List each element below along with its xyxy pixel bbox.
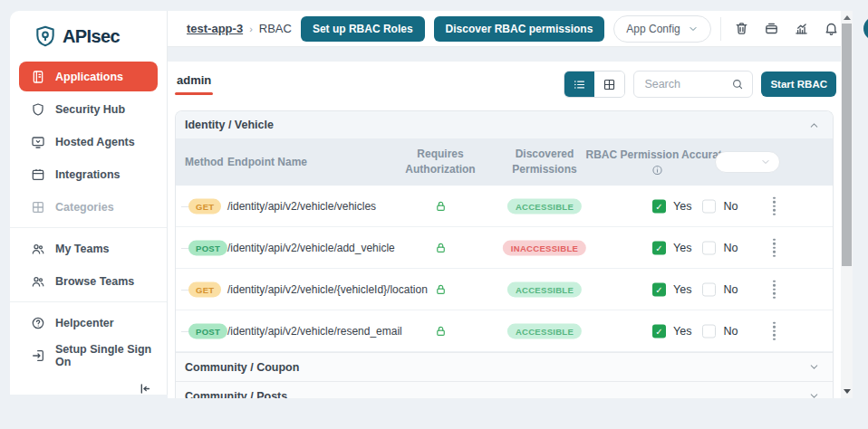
row-menu-kebab-icon[interactable] [770,194,778,218]
column-method: Method [185,156,224,168]
collapsed-section[interactable]: Community / Coupon [176,352,833,381]
method-badge: POST [188,323,227,338]
sidebar-divider [10,227,167,228]
no-checkbox[interactable] [702,282,716,296]
browse-teams-icon [31,274,45,289]
sidebar-item-hosted-agents[interactable]: Hosted Agents [19,127,158,157]
column-requires-authorization: Requires Authorization [386,147,495,178]
no-checkbox[interactable] [702,241,716,254]
section-header[interactable]: Identity / Vehicle [176,111,833,138]
sidebar-item-security-hub[interactable]: Security Hub [19,94,158,124]
hosted-agents-icon [31,135,45,149]
integrations-icon [31,167,45,182]
row-menu-kebab-icon[interactable] [770,235,778,260]
sidebar-item-label: Security Hub [55,103,125,116]
rbac-accurate-group: Yes No [652,241,741,254]
logo-text: APIsec [63,26,120,47]
lock-icon [434,324,448,338]
rbac-accurate-group: Yes No [652,282,741,296]
collapsed-section[interactable]: Community / Posts [176,381,833,398]
yes-checkbox[interactable] [652,324,666,338]
identity-vehicle-card: Identity / Vehicle Method Endpoint Name … [175,110,834,398]
sidebar-divider [10,301,167,302]
notifications-icon[interactable] [824,21,839,36]
sidebar-item-applications[interactable]: Applications [19,62,158,91]
permission-badge: ACCESSIBLE [507,281,582,297]
logo: APIsec [10,11,167,57]
chevron-down-icon[interactable] [808,361,820,373]
no-checkbox[interactable] [702,199,716,213]
main-panel: admin Start RBAC Identit [168,62,841,398]
scroll-down-arrow[interactable] [844,389,851,394]
discover-rbac-permissions-button[interactable]: Discover RBAC permissions [434,16,605,42]
header-icon-group [730,21,843,36]
lock-icon [434,282,448,296]
scroll-up-arrow[interactable] [844,15,851,20]
chevron-up-icon[interactable] [808,119,820,131]
tab-bar: admin Start RBAC [168,62,841,107]
trash-icon[interactable] [734,21,749,36]
sidebar-item-helpcenter[interactable]: Helpcenter [19,308,158,338]
collapsed-sections: Community / Coupon Community / Posts [176,352,833,398]
permission-badge: INACCESSIBLE [503,240,586,255]
scrollbar[interactable] [841,11,853,398]
endpoint-rows: GET /identity/api/v2/vehicle/vehicles AC… [176,186,833,352]
tab-admin[interactable]: admin [175,73,213,95]
sidebar-item-categories[interactable]: Categories [19,192,158,222]
header-divider [720,17,721,41]
setup-rbac-roles-button[interactable]: Set up RBAC Roles [301,16,425,42]
endpoint-name: /identity/api/v2/vehicle/resend_email [227,325,402,338]
method-badge: POST [188,240,227,255]
security-hub-icon [31,102,45,117]
sidebar-item-label: Integrations [55,168,121,181]
start-rbac-button[interactable]: Start RBAC [761,72,836,97]
user-menu[interactable]: M Manikanta ADMIN [863,15,868,41]
breadcrumb-current: RBAC [259,22,292,35]
breadcrumb-app-link[interactable]: test-app-3 [187,22,243,35]
view-toggle [564,71,625,98]
accurate-filter-select[interactable] [715,151,780,173]
chevron-down-icon[interactable] [808,390,820,398]
no-label: No [723,283,738,296]
yes-checkbox[interactable] [652,282,666,296]
lock-icon [434,241,448,254]
permission-badge: ACCESSIBLE [507,198,582,214]
applications-icon [31,70,45,84]
section-title: Identity / Vehicle [185,119,274,131]
search-icon[interactable] [731,78,744,91]
list-view-icon [573,78,586,91]
list-view-button[interactable] [564,72,594,97]
yes-checkbox[interactable] [652,199,666,213]
toolbar: Start RBAC [564,71,836,98]
sidebar-item-setup-single-sign-on[interactable]: Setup Single Sign On [19,340,158,370]
table-header: Method Endpoint Name Requires Authorizat… [176,138,833,186]
row-menu-kebab-icon[interactable] [770,277,778,301]
sidebar-item-label: Hosted Agents [55,136,135,148]
yes-label: Yes [673,200,691,213]
app-config-dropdown[interactable]: App Config [613,15,710,43]
scrollbar-thumb[interactable] [842,24,852,266]
grid-view-button[interactable] [594,72,624,97]
my-teams-icon [31,242,45,256]
archive-icon[interactable] [764,21,779,36]
endpoint-name: /identity/api/v2/vehicle/{vehicleId}/loc… [227,283,428,296]
chevron-down-icon [760,157,771,167]
rbac-accurate-group: Yes No [652,324,741,338]
search-input[interactable] [642,77,726,91]
no-checkbox[interactable] [702,324,716,338]
row-menu-kebab-icon[interactable] [770,319,778,343]
sidebar-item-browse-teams[interactable]: Browse Teams [19,266,158,296]
yes-label: Yes [673,325,691,338]
sidebar-item-integrations[interactable]: Integrations [19,159,158,189]
sidebar-item-my-teams[interactable]: My Teams [19,234,158,263]
analytics-icon[interactable] [794,21,809,36]
endpoint-row: POST /identity/api/v2/vehicle/add_vehicl… [176,227,833,269]
no-label: No [723,325,738,338]
yes-checkbox[interactable] [652,241,666,254]
avatar[interactable]: M [863,16,868,41]
sso-icon [31,348,45,363]
lock-icon [434,199,448,213]
yes-label: Yes [673,242,691,254]
collapse-sidebar-icon[interactable] [137,381,152,396]
info-icon[interactable] [651,165,663,176]
